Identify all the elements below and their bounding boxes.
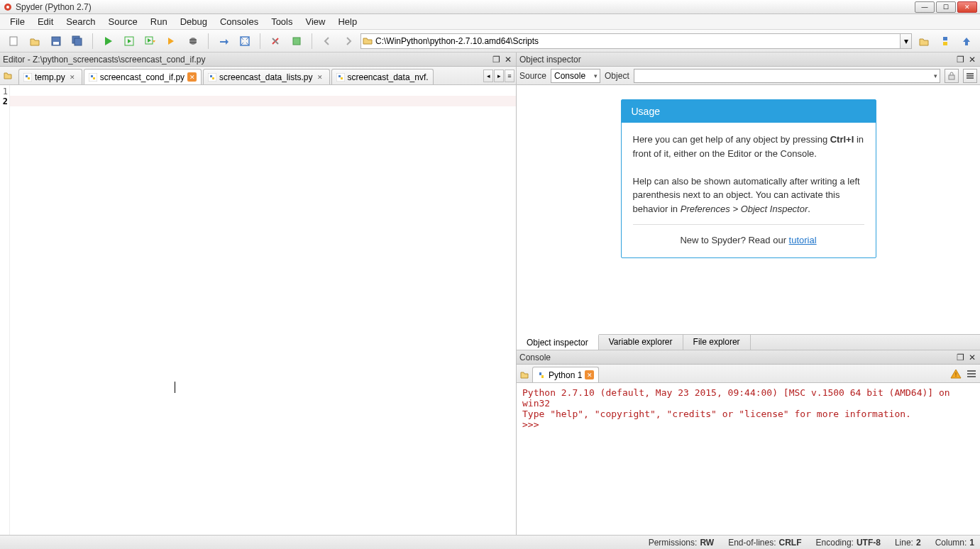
tutorial-link[interactable]: tutorial [789,235,817,245]
window-titlebar: Spyder (Python 2.7) — ☐ ✕ [0,0,980,14]
preferences-button[interactable] [266,32,285,50]
undock-icon[interactable]: ❐ [491,55,501,65]
menu-consoles[interactable]: Consoles [214,15,264,28]
forward-button[interactable] [339,32,358,50]
menu-file[interactable]: File [4,15,31,28]
tab-screencast-data-lists[interactable]: screencast_data_lists.py ✕ [203,69,329,84]
console-output[interactable]: Python 2.7.10 (default, May 23 2015, 09:… [517,383,980,535]
save-button[interactable] [47,32,65,50]
close-tab-icon[interactable]: ✕ [187,72,197,82]
new-file-button[interactable] [4,32,23,50]
scroll-tabs-left[interactable]: ◂ [483,70,493,82]
close-pane-icon[interactable]: ✕ [967,55,977,65]
tab-label: temp.py [35,72,65,82]
menu-search[interactable]: Search [60,15,101,28]
step-button[interactable] [214,32,233,50]
pythonpath-button[interactable] [287,32,306,50]
warning-icon[interactable]: ! [950,368,962,379]
source-combo[interactable]: Console [551,69,600,83]
window-title: Spyder (Python 2.7) [16,2,915,12]
usage-header: Usage [622,100,876,123]
browse-tabs-icon[interactable] [519,370,529,379]
source-label: Source [519,71,546,81]
svg-point-9 [189,38,197,45]
tab-python-1[interactable]: Python 1 ✕ [532,367,599,382]
debug-button[interactable] [184,32,202,50]
main-toolbar: ▾ [0,30,980,52]
close-tab-icon[interactable]: ✕ [68,72,77,82]
tab-temp[interactable]: temp.py ✕ [18,69,82,84]
text-cursor [175,382,175,393]
usage-paragraph-1: Here you can get help of any object by p… [633,133,864,160]
run-cell-button[interactable] [120,32,138,50]
undock-icon[interactable]: ❐ [955,353,965,362]
menubar: File Edit Search Source Run Debug Consol… [0,14,980,30]
close-tab-icon[interactable]: ✕ [316,72,325,82]
tab-label: Python 1 [549,370,582,380]
spyder-icon [3,2,13,12]
options-button[interactable] [963,69,977,83]
permissions-value: RW [700,538,714,548]
menu-view[interactable]: View [300,15,331,28]
close-tab-icon[interactable]: ✕ [585,370,594,379]
save-all-button[interactable] [68,32,87,50]
svg-rect-6 [75,38,82,45]
minimize-button[interactable]: — [915,1,935,13]
tab-file-explorer[interactable]: File explorer [683,335,751,350]
tab-screencast-data-nvf[interactable]: screencast_data_nvf. [331,69,434,84]
menu-debug[interactable]: Debug [175,15,213,28]
svg-rect-19 [967,77,974,79]
inspector-pane-title: Object inspector [519,55,953,65]
maximize-button[interactable]: ☐ [936,1,956,13]
svg-rect-4 [53,42,59,45]
scroll-tabs-right[interactable]: ▸ [494,70,504,82]
line-number: 1 [0,87,8,96]
tab-list-icon[interactable]: ≡ [505,70,514,82]
statusbar: Permissions:RW End-of-lines:CRLF Encodin… [0,535,980,549]
folder-icon [363,35,373,45]
run-selection-button[interactable] [163,32,181,50]
python-file-icon [23,73,32,82]
undock-icon[interactable]: ❐ [955,55,965,65]
tab-label: screencast_data_nvf. [348,72,429,82]
object-input[interactable] [634,69,940,83]
tab-screencast-cond-if[interactable]: screencast_cond_if.py ✕ [84,69,202,84]
editor-area[interactable]: 1 2 [0,85,516,535]
menu-source[interactable]: Source [103,15,143,28]
options-icon[interactable] [966,368,977,379]
tab-object-inspector[interactable]: Object inspector [517,334,599,350]
svg-rect-18 [967,75,974,77]
column-label: Column: [935,538,967,548]
editor-tabs: temp.py ✕ screencast_cond_if.py ✕ screen… [0,67,516,85]
svg-rect-16 [949,75,954,79]
line-label: Line: [895,538,913,548]
close-window-button[interactable]: ✕ [957,1,977,13]
maximize-pane-button[interactable] [236,32,254,50]
code-text[interactable] [10,85,516,535]
back-button[interactable] [318,32,336,50]
menu-edit[interactable]: Edit [32,15,59,28]
close-pane-icon[interactable]: ✕ [503,55,513,65]
browse-tabs-icon[interactable] [3,70,14,82]
usage-paragraph-3: New to Spyder? Read our tutorial [633,233,864,248]
column-value: 1 [969,538,974,548]
run-cell-advance-button[interactable] [141,32,160,50]
python-icon [537,371,546,379]
parent-dir-button[interactable] [957,32,976,50]
menu-tools[interactable]: Tools [265,15,298,28]
browse-dir-button[interactable] [915,32,933,50]
working-dir-input[interactable] [360,33,901,49]
permissions-label: Permissions: [649,538,698,548]
working-dir-dropdown[interactable]: ▾ [901,33,912,49]
menu-run[interactable]: Run [145,15,173,28]
python-icon[interactable] [936,32,954,50]
console-tabs: Python 1 ✕ ! [517,365,980,383]
close-pane-icon[interactable]: ✕ [967,353,977,362]
open-file-button[interactable] [26,32,44,50]
inspector-bottom-tabs: Object inspector Variable explorer File … [517,334,980,350]
lock-button[interactable] [945,69,959,83]
run-button[interactable] [99,32,117,50]
separator [92,33,93,49]
menu-help[interactable]: Help [332,15,363,28]
tab-variable-explorer[interactable]: Variable explorer [599,335,683,350]
